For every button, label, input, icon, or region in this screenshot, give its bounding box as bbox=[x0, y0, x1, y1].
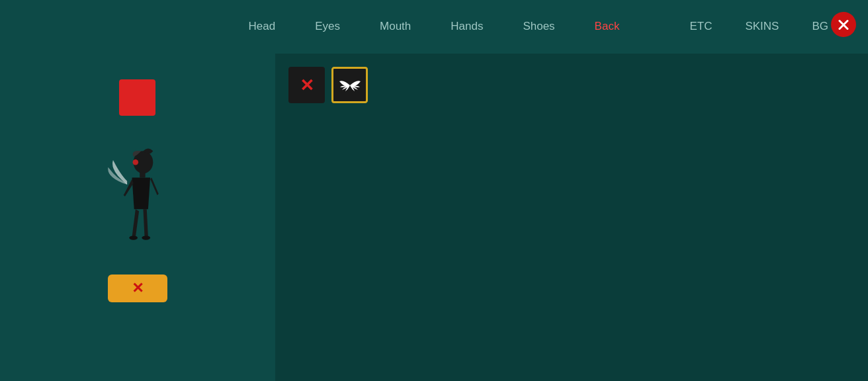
nav-etc[interactable]: ETC bbox=[689, 20, 712, 33]
remove-button[interactable]: ✕ bbox=[108, 275, 167, 302]
tab-back[interactable]: Back bbox=[595, 20, 620, 33]
tab-mouth[interactable]: Mouth bbox=[380, 20, 411, 33]
item-wings[interactable] bbox=[331, 67, 368, 103]
tab-eyes[interactable]: Eyes bbox=[315, 20, 340, 33]
wings-svg bbox=[338, 78, 362, 93]
nav-skins[interactable]: SKINS bbox=[745, 20, 779, 33]
svg-point-3 bbox=[129, 235, 138, 239]
tab-head[interactable]: Head bbox=[249, 20, 276, 33]
item-none[interactable]: ✕ bbox=[288, 67, 325, 103]
character-preview bbox=[98, 136, 177, 255]
nav-right: ETC SKINS BG bbox=[689, 20, 828, 33]
left-panel: ✕ bbox=[0, 53, 275, 381]
svg-point-4 bbox=[142, 235, 150, 239]
svg-rect-2 bbox=[140, 172, 145, 177]
svg-point-1 bbox=[132, 159, 138, 165]
remove-icon: ✕ bbox=[132, 280, 144, 297]
close-button[interactable] bbox=[831, 12, 856, 37]
x-icon: ✕ bbox=[300, 77, 314, 94]
color-swatch[interactable] bbox=[119, 79, 155, 116]
nav-bg[interactable]: BG bbox=[812, 20, 828, 33]
top-nav: Head Eyes Mouth Hands Shoes Back ETC SKI… bbox=[0, 0, 868, 53]
main-panel: ✕ bbox=[275, 53, 868, 381]
tab-hands[interactable]: Hands bbox=[451, 20, 483, 33]
tab-shoes[interactable]: Shoes bbox=[523, 20, 554, 33]
